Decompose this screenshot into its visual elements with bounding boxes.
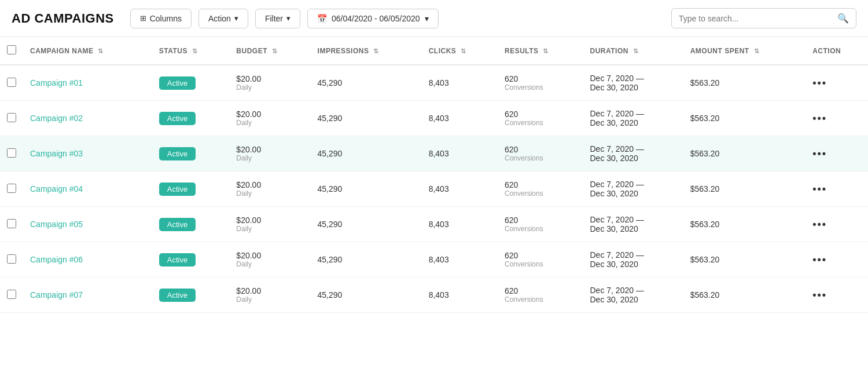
row-status: Active xyxy=(152,278,230,313)
filter-button[interactable]: Filter ▾ xyxy=(255,9,300,28)
row-actions-button[interactable]: ••• xyxy=(812,77,827,89)
action-button[interactable]: Action ▾ xyxy=(198,9,248,28)
results-type: Conversions xyxy=(505,83,576,92)
results-count: 620 xyxy=(505,110,576,119)
table-row: Campaign #03 Active $20.00 Daily 45,290 … xyxy=(0,136,868,171)
duration-start: Dec 7, 2020 — xyxy=(590,250,676,260)
row-campaign-name: Campaign #06 xyxy=(23,242,152,278)
row-impressions: 45,290 xyxy=(311,65,422,101)
row-budget: $20.00 Daily xyxy=(229,242,310,278)
row-campaign-name: Campaign #07 xyxy=(23,278,152,313)
search-box: 🔍 xyxy=(671,8,856,28)
duration-end: Dec 30, 2020 xyxy=(590,154,676,163)
sort-clicks-icon[interactable]: ⇅ xyxy=(461,48,466,55)
amount-spent-value: $563.20 xyxy=(690,149,720,158)
campaign-name-link[interactable]: Campaign #02 xyxy=(30,114,83,123)
col-header-clicks: CLICKS ⇅ xyxy=(422,37,498,65)
results-count: 620 xyxy=(505,180,576,189)
row-campaign-name: Campaign #03 xyxy=(23,136,152,171)
row-checkbox-cell xyxy=(0,101,23,136)
table-row: Campaign #02 Active $20.00 Daily 45,290 … xyxy=(0,101,868,136)
budget-amount: $20.00 xyxy=(236,286,303,295)
row-budget: $20.00 Daily xyxy=(229,65,310,101)
row-checkbox[interactable] xyxy=(7,290,16,299)
row-checkbox[interactable] xyxy=(7,113,16,122)
results-count: 620 xyxy=(505,74,576,83)
row-checkbox-cell xyxy=(0,278,23,313)
row-amount-spent: $563.20 xyxy=(683,242,806,278)
search-input[interactable] xyxy=(679,14,833,23)
row-budget: $20.00 Daily xyxy=(229,136,310,171)
duration-start: Dec 7, 2020 — xyxy=(590,286,676,295)
sort-amount-icon[interactable]: ⇅ xyxy=(754,48,760,55)
table-row: Campaign #05 Active $20.00 Daily 45,290 … xyxy=(0,207,868,242)
status-badge: Active xyxy=(159,183,196,196)
row-action: ••• xyxy=(806,136,868,171)
select-all-checkbox[interactable] xyxy=(7,45,16,54)
sort-impressions-icon[interactable]: ⇅ xyxy=(373,48,379,55)
row-budget: $20.00 Daily xyxy=(229,171,310,207)
row-actions-button[interactable]: ••• xyxy=(812,112,827,125)
row-clicks: 8,403 xyxy=(422,136,498,171)
budget-amount: $20.00 xyxy=(236,145,303,154)
row-impressions: 45,290 xyxy=(311,136,422,171)
row-action: ••• xyxy=(806,101,868,136)
date-range-button[interactable]: 📅 06/04/2020 - 06/05/2020 ▾ xyxy=(307,9,439,28)
row-actions-button[interactable]: ••• xyxy=(812,148,827,160)
campaign-name-link[interactable]: Campaign #06 xyxy=(30,255,83,264)
header-checkbox-col xyxy=(0,37,23,65)
row-budget: $20.00 Daily xyxy=(229,207,310,242)
row-checkbox[interactable] xyxy=(7,148,16,158)
row-action: ••• xyxy=(806,278,868,313)
amount-spent-value: $563.20 xyxy=(690,184,720,194)
row-actions-button[interactable]: ••• xyxy=(812,218,827,231)
table-row: Campaign #04 Active $20.00 Daily 45,290 … xyxy=(0,171,868,207)
amount-spent-value: $563.20 xyxy=(690,290,720,300)
duration-start: Dec 7, 2020 — xyxy=(590,180,676,189)
sort-status-icon[interactable]: ⇅ xyxy=(192,48,198,55)
row-amount-spent: $563.20 xyxy=(683,171,806,207)
results-count: 620 xyxy=(505,286,576,295)
campaign-name-link[interactable]: Campaign #05 xyxy=(30,220,83,229)
row-amount-spent: $563.20 xyxy=(683,101,806,136)
row-budget: $20.00 Daily xyxy=(229,101,310,136)
col-header-impressions: IMPRESSIONS ⇅ xyxy=(311,37,422,65)
duration-end: Dec 30, 2020 xyxy=(590,260,676,269)
results-type: Conversions xyxy=(505,225,576,233)
duration-start: Dec 7, 2020 — xyxy=(590,144,676,154)
row-duration: Dec 7, 2020 — Dec 30, 2020 xyxy=(583,65,683,101)
row-duration: Dec 7, 2020 — Dec 30, 2020 xyxy=(583,101,683,136)
campaign-name-link[interactable]: Campaign #01 xyxy=(30,78,83,87)
row-checkbox[interactable] xyxy=(7,219,16,228)
filter-chevron-icon: ▾ xyxy=(286,14,290,23)
table-header: CAMPAIGN NAME ⇅ STATUS ⇅ BUDGET ⇅ IMPRES… xyxy=(0,37,868,65)
sort-results-icon[interactable]: ⇅ xyxy=(543,48,549,55)
row-checkbox[interactable] xyxy=(7,78,16,87)
col-header-action: ACTION xyxy=(806,37,868,65)
row-checkbox[interactable] xyxy=(7,184,16,193)
campaign-name-link[interactable]: Campaign #03 xyxy=(30,149,83,158)
status-badge: Active xyxy=(159,76,196,90)
row-impressions: 45,290 xyxy=(311,101,422,136)
row-actions-button[interactable]: ••• xyxy=(812,254,827,266)
budget-amount: $20.00 xyxy=(236,110,303,119)
results-type: Conversions xyxy=(505,189,576,198)
sort-duration-icon[interactable]: ⇅ xyxy=(633,48,639,55)
row-clicks: 8,403 xyxy=(422,171,498,207)
row-checkbox[interactable] xyxy=(7,254,16,264)
campaign-name-link[interactable]: Campaign #04 xyxy=(30,184,83,194)
table-row: Campaign #01 Active $20.00 Daily 45,290 … xyxy=(0,65,868,101)
row-actions-button[interactable]: ••• xyxy=(812,289,827,301)
campaigns-table-container: CAMPAIGN NAME ⇅ STATUS ⇅ BUDGET ⇅ IMPRES… xyxy=(0,37,868,313)
sort-name-icon[interactable]: ⇅ xyxy=(98,48,104,55)
col-header-amount: AMOUNT SPENT ⇅ xyxy=(683,37,806,65)
campaign-name-link[interactable]: Campaign #07 xyxy=(30,290,83,300)
row-status: Active xyxy=(152,101,230,136)
columns-icon: ⊞ xyxy=(140,14,146,23)
columns-button[interactable]: ⊞ Columns xyxy=(130,9,192,28)
row-actions-button[interactable]: ••• xyxy=(812,183,827,195)
amount-spent-value: $563.20 xyxy=(690,114,720,123)
budget-amount: $20.00 xyxy=(236,216,303,225)
sort-budget-icon[interactable]: ⇅ xyxy=(272,48,278,55)
budget-type: Daily xyxy=(236,225,303,233)
